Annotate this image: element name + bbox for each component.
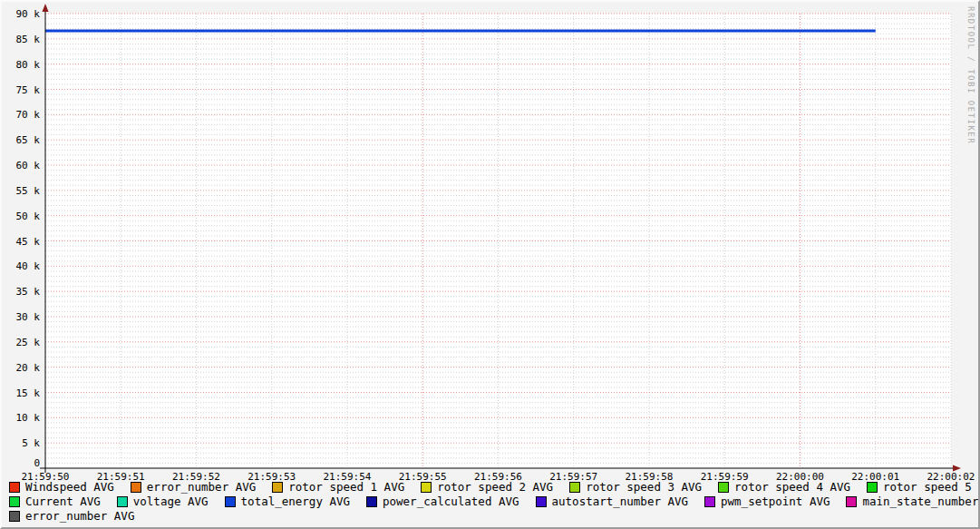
y-tick-label: 40 k <box>16 260 41 272</box>
y-tick-label: 30 k <box>16 311 41 323</box>
legend-item: rotor speed 1 AVG <box>272 480 404 495</box>
legend-item: error_number AVG <box>131 480 256 495</box>
y-tick-label: 45 k <box>16 236 41 248</box>
legend-item: power_calculated AVG <box>366 495 519 509</box>
y-tick-label: 70 k <box>16 109 41 121</box>
legend-label: total_energy AVG <box>241 495 350 509</box>
legend-label: rotor speed 3 AVG <box>586 480 702 495</box>
legend-item: error_number AVG <box>9 509 134 524</box>
legend-label: autostart_number AVG <box>552 495 689 509</box>
legend-label: rotor speed 5 AVG <box>883 480 980 495</box>
legend-item: rotor speed 5 AVG <box>867 480 980 495</box>
legend-swatch-icon <box>131 482 141 493</box>
legend-item: rotor speed 3 AVG <box>569 480 702 495</box>
legend-swatch-icon <box>117 496 128 507</box>
legend-row: Windspeed AVGerror_number AVGrotor speed… <box>9 480 975 495</box>
legend-swatch-icon <box>421 482 432 493</box>
legend-swatch-icon <box>536 496 547 507</box>
legend-swatch-icon <box>225 496 236 507</box>
y-tick-label: 50 k <box>16 211 41 222</box>
legend-row: Current AVGvoltage AVGtotal_energy AVGpo… <box>9 495 975 509</box>
y-axis-arrow-icon <box>43 4 49 12</box>
legend-row: error_number AVG <box>9 509 975 524</box>
legend-item: pwm_setpoint AVG <box>704 495 830 509</box>
legend-label: pwm_setpoint AVG <box>721 495 830 509</box>
plot-area: 05 k10 k15 k20 k25 k30 k35 k40 k45 k50 k… <box>2 2 978 527</box>
legend-swatch-icon <box>704 496 715 507</box>
legend-swatch-icon <box>569 482 580 493</box>
legend-item: rotor speed 2 AVG <box>421 480 553 495</box>
y-tick-label: 0 <box>34 457 40 469</box>
y-tick-label: 5 k <box>22 437 40 449</box>
legend-label: rotor speed 2 AVG <box>437 480 553 495</box>
legend-item: Windspeed AVG <box>9 480 114 495</box>
legend-swatch-icon <box>9 511 20 522</box>
legend-swatch-icon <box>867 482 878 493</box>
legend-swatch-icon <box>846 496 857 507</box>
legend-label: rotor speed 1 AVG <box>288 480 404 495</box>
legend-label: Windspeed AVG <box>25 480 114 495</box>
legend-item: autostart_number AVG <box>536 495 689 509</box>
legend-label: main_state_number AVG <box>862 495 980 509</box>
y-tick-label: 65 k <box>16 134 41 146</box>
y-tick-label: 55 k <box>16 185 41 197</box>
legend-item: Current AVG <box>9 495 101 509</box>
legend-item: total_energy AVG <box>225 495 350 509</box>
legend-item: voltage AVG <box>117 495 209 509</box>
legend-swatch-icon <box>9 482 20 493</box>
y-tick-label: 60 k <box>16 160 41 171</box>
legend-swatch-icon <box>366 496 377 507</box>
legend-item: main_state_number AVG <box>846 495 980 509</box>
y-tick-label: 15 k <box>16 387 41 399</box>
legend-label: error_number AVG <box>25 509 134 524</box>
legend-label: voltage AVG <box>133 495 209 509</box>
legend-label: power_calculated AVG <box>383 495 519 509</box>
watermark-text: RRDTOOL / TOBI OETIKER <box>966 6 975 144</box>
y-axis-labels: 05 k10 k15 k20 k25 k30 k35 k40 k45 k50 k… <box>16 8 41 469</box>
legend-swatch-icon <box>272 482 283 493</box>
y-tick-label: 75 k <box>16 84 41 96</box>
y-tick-label: 90 k <box>16 8 41 20</box>
y-tick-label: 35 k <box>16 286 41 298</box>
y-tick-label: 10 k <box>16 412 41 424</box>
y-tick-label: 80 k <box>16 59 41 71</box>
legend: Windspeed AVGerror_number AVGrotor speed… <box>9 480 975 524</box>
legend-label: error_number AVG <box>147 480 256 495</box>
legend-label: Current AVG <box>25 495 101 509</box>
y-tick-label: 25 k <box>16 337 41 348</box>
legend-item: rotor speed 4 AVG <box>718 480 850 495</box>
y-tick-label: 20 k <box>16 362 41 374</box>
legend-label: rotor speed 4 AVG <box>734 480 850 495</box>
legend-swatch-icon <box>9 496 20 507</box>
y-tick-label: 85 k <box>16 34 41 45</box>
legend-swatch-icon <box>718 482 729 493</box>
rrdtool-graph: 05 k10 k15 k20 k25 k30 k35 k40 k45 k50 k… <box>0 0 980 529</box>
